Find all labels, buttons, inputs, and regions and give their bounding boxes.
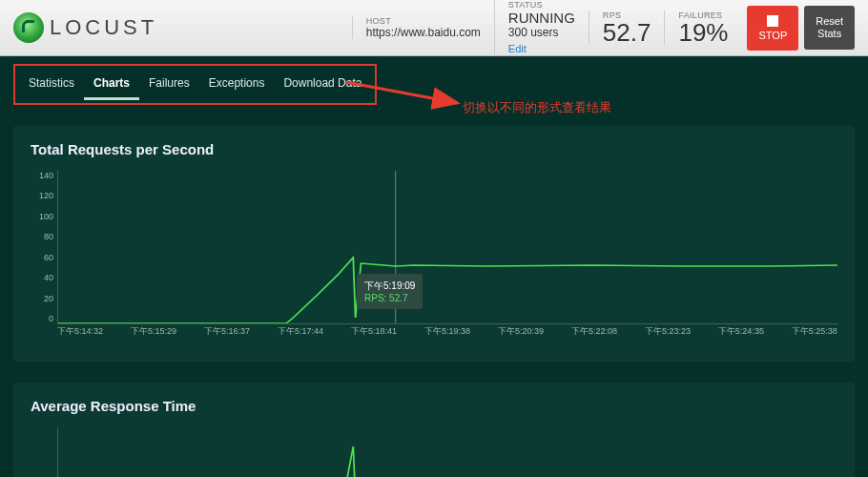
tab-failures[interactable]: Failures — [139, 69, 199, 100]
status-users: 300 users — [508, 26, 575, 39]
rps-plot: 下午5:19:09 RPS: 52.7 — [57, 171, 837, 324]
tooltip-value: RPS: 52.7 — [364, 293, 415, 303]
failures-stat: FAILURES 19% — [664, 10, 741, 45]
svg-line-1 — [345, 82, 458, 103]
status-label: STATUS — [508, 0, 575, 10]
logo: LOCUST — [13, 12, 157, 43]
response-time-panel: Average Response Time 300250200150100 — [13, 383, 855, 477]
rps-yaxis: 140120100806040200 — [31, 171, 53, 323]
reset-label: Reset Stats — [816, 15, 843, 40]
stop-label: STOP — [758, 30, 787, 41]
failures-value: 19% — [678, 20, 728, 45]
tooltip-time: 下午5:19:09 — [364, 280, 415, 293]
annotation-arrow-icon — [345, 76, 469, 114]
stop-icon — [767, 15, 778, 27]
chart-tooltip: 下午5:19:09 RPS: 52.7 — [357, 274, 423, 309]
host-value: https://www.baidu.com — [366, 26, 481, 39]
tab-exceptions[interactable]: Exceptions — [199, 69, 275, 100]
rt-plot — [57, 427, 837, 477]
response-time-title: Average Response Time — [31, 398, 837, 414]
stop-button[interactable]: STOP — [747, 6, 798, 51]
tab-bar: Statistics Charts Failures Exceptions Do… — [13, 64, 377, 105]
rps-chart[interactable]: 140120100806040200 下午5:19:09 RPS: 52.7 下… — [57, 171, 837, 342]
edit-link[interactable]: Edit — [508, 43, 527, 54]
annotation-text: 切换以不同的形式查看结果 — [463, 99, 611, 116]
rps-xaxis: 下午5:14:32下午5:15:29下午5:16:37下午5:17:44下午5:… — [57, 325, 837, 338]
rps-value: 52.7 — [603, 20, 651, 45]
tab-charts[interactable]: Charts — [84, 69, 139, 100]
reset-stats-button[interactable]: Reset Stats — [804, 6, 855, 50]
status-value: RUNNING — [508, 10, 575, 26]
tab-statistics[interactable]: Statistics — [19, 69, 84, 100]
rps-chart-title: Total Requests per Second — [31, 141, 837, 157]
host-stat: HOST https://www.baidu.com — [352, 16, 494, 39]
host-label: HOST — [366, 16, 481, 26]
rps-stat: RPS 52.7 — [589, 10, 665, 45]
status-stat: STATUS RUNNING 300 users Edit — [494, 0, 589, 56]
locust-icon — [13, 12, 44, 43]
logo-text: LOCUST — [50, 15, 157, 40]
rps-chart-panel: Total Requests per Second 14012010080604… — [13, 126, 855, 362]
response-time-chart[interactable]: 300250200150100 — [57, 427, 837, 477]
